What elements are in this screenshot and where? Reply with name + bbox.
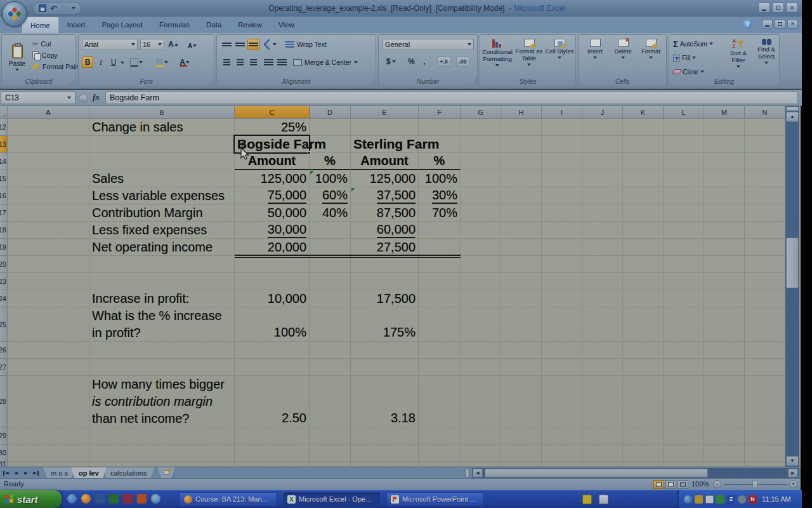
cell-H20[interactable] bbox=[501, 256, 542, 273]
cell-L24[interactable] bbox=[664, 290, 704, 307]
cell-I25[interactable] bbox=[542, 307, 582, 342]
cell-L23[interactable] bbox=[664, 273, 704, 290]
cell-B27[interactable] bbox=[89, 359, 235, 376]
next-sheet-button[interactable]: ▶ bbox=[22, 469, 30, 478]
zoom-in-button[interactable]: + bbox=[789, 480, 797, 488]
cell-C31[interactable] bbox=[235, 462, 310, 467]
cell-D20[interactable] bbox=[310, 256, 351, 273]
cell-M30[interactable] bbox=[704, 444, 745, 462]
insert-worksheet-tab[interactable] bbox=[157, 467, 175, 478]
cell-J20[interactable] bbox=[582, 256, 623, 273]
borders-button[interactable] bbox=[129, 57, 143, 68]
cell-B14[interactable] bbox=[89, 153, 235, 170]
cell-C28[interactable]: 2.50 bbox=[235, 376, 310, 427]
cell-A23[interactable] bbox=[8, 273, 89, 290]
cell-K31[interactable] bbox=[623, 462, 664, 467]
tab-review[interactable]: Review bbox=[230, 17, 270, 33]
cell-H13[interactable] bbox=[501, 136, 542, 153]
cell-M19[interactable] bbox=[704, 239, 745, 256]
qat-customize-icon[interactable] bbox=[72, 7, 75, 10]
column-header-K[interactable]: K bbox=[623, 106, 664, 119]
workbook-close-button[interactable]: × bbox=[787, 20, 798, 29]
cell-L26[interactable] bbox=[664, 342, 704, 359]
decrease-decimal-button[interactable]: .00 bbox=[456, 57, 469, 67]
cell-C30[interactable] bbox=[235, 444, 310, 462]
cell-N28[interactable] bbox=[745, 376, 785, 427]
cell-A17[interactable] bbox=[8, 204, 89, 222]
cell-H12[interactable] bbox=[501, 119, 542, 136]
cell-H19[interactable] bbox=[501, 239, 542, 256]
cell-K20[interactable] bbox=[623, 256, 664, 273]
cell-M29[interactable] bbox=[704, 427, 745, 444]
cell-B18[interactable]: Less fixed expenses bbox=[89, 222, 235, 239]
language-bar-icon[interactable] bbox=[599, 495, 608, 504]
workbook-minimize-button[interactable] bbox=[762, 20, 773, 29]
cell-H14[interactable] bbox=[501, 153, 542, 170]
cell-B15[interactable]: Sales bbox=[89, 170, 235, 187]
tray-network-icon[interactable] bbox=[705, 495, 714, 504]
cell-F27[interactable] bbox=[419, 359, 461, 376]
cell-F30[interactable] bbox=[419, 444, 461, 462]
cell-J14[interactable] bbox=[582, 153, 623, 170]
row-header-14[interactable]: 14 bbox=[0, 153, 8, 170]
row-header-17[interactable]: 17 bbox=[0, 204, 8, 222]
conditional-formatting-button[interactable]: Conditional Formatting bbox=[481, 39, 513, 67]
number-format-select[interactable]: General bbox=[383, 39, 474, 50]
cell-B30[interactable] bbox=[89, 444, 235, 462]
cell-C19[interactable]: 20,000 bbox=[235, 239, 310, 256]
cell-N13[interactable] bbox=[745, 136, 785, 153]
cell-I31[interactable] bbox=[542, 462, 582, 467]
cell-A14[interactable] bbox=[8, 153, 89, 170]
row-header-24[interactable]: 24 bbox=[0, 290, 8, 307]
cell-B20[interactable] bbox=[89, 256, 235, 273]
column-header-F[interactable]: F bbox=[419, 106, 461, 119]
cell-G24[interactable] bbox=[461, 290, 501, 307]
cell-K27[interactable] bbox=[623, 359, 664, 376]
media-player-icon[interactable] bbox=[151, 494, 160, 504]
cell-N25[interactable] bbox=[745, 307, 785, 342]
cell-H30[interactable] bbox=[501, 444, 542, 462]
cell-M28[interactable] bbox=[704, 376, 745, 427]
cell-N26[interactable] bbox=[745, 342, 785, 359]
cell-H16[interactable] bbox=[501, 187, 542, 204]
format-as-table-button[interactable]: Format as Table bbox=[514, 39, 544, 66]
task-powerpoint-window[interactable]: Microsoft PowerPoint ... bbox=[386, 492, 483, 506]
cell-G25[interactable] bbox=[461, 307, 501, 342]
cell-I16[interactable] bbox=[542, 187, 582, 204]
cell-D26[interactable] bbox=[310, 342, 351, 359]
cell-F17[interactable]: 70% bbox=[419, 204, 461, 222]
cell-L14[interactable] bbox=[664, 153, 704, 170]
cell-A25[interactable] bbox=[8, 307, 89, 342]
cell-D25[interactable] bbox=[310, 307, 351, 342]
save-icon[interactable] bbox=[39, 4, 46, 12]
cell-A19[interactable] bbox=[8, 239, 89, 256]
cell-N15[interactable] bbox=[745, 170, 785, 187]
cell-G19[interactable] bbox=[461, 239, 501, 256]
cell-I20[interactable] bbox=[542, 256, 582, 273]
cell-D12[interactable] bbox=[310, 119, 351, 136]
cell-J19[interactable] bbox=[582, 239, 623, 256]
row-header-30[interactable]: 30 bbox=[0, 444, 8, 462]
cell-H26[interactable] bbox=[501, 342, 542, 359]
column-header-H[interactable]: H bbox=[501, 106, 542, 119]
cell-N14[interactable] bbox=[745, 153, 785, 170]
scroll-left-icon[interactable]: ◀ bbox=[473, 469, 483, 478]
cell-G12[interactable] bbox=[461, 119, 501, 136]
cell-I28[interactable] bbox=[542, 376, 582, 427]
cell-K14[interactable] bbox=[623, 153, 664, 170]
tab-home[interactable]: Home bbox=[22, 17, 59, 33]
cell-A15[interactable] bbox=[8, 170, 89, 187]
cell-F26[interactable] bbox=[419, 342, 461, 359]
cell-A24[interactable] bbox=[8, 290, 89, 307]
cell-E25[interactable]: 175% bbox=[351, 307, 419, 342]
shrink-font-button[interactable]: A bbox=[187, 40, 198, 51]
cell-C24[interactable]: 10,000 bbox=[235, 290, 310, 307]
cell-E30[interactable] bbox=[351, 444, 419, 462]
cell-M17[interactable] bbox=[704, 204, 745, 222]
cell-B23[interactable] bbox=[89, 273, 235, 290]
cell-B28[interactable]: How many times biggeris contribution mar… bbox=[89, 376, 235, 427]
fill-button[interactable]: Fill bbox=[673, 52, 696, 64]
tray-globe-icon[interactable] bbox=[684, 495, 692, 504]
cell-E12[interactable] bbox=[351, 119, 419, 136]
cell-J24[interactable] bbox=[582, 290, 623, 307]
